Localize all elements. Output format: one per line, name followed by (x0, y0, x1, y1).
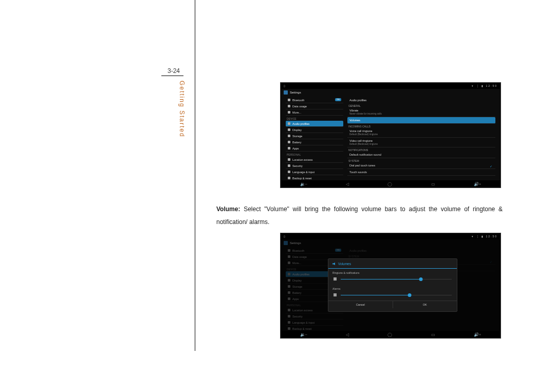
phone-icon (334, 277, 337, 281)
panel-row-subtitle: Never vibrate for incoming calls (349, 113, 493, 115)
nav-volup-icon[interactable]: 🔊+ (474, 182, 482, 186)
dialog-title: Volumes (328, 259, 457, 269)
screenshot-volumes-dialog: ▯ ▾ ⋮ ▮ 12:50 Settings BluetoothONData u… (280, 233, 501, 339)
nav-back-icon[interactable]: ◁ (346, 182, 349, 186)
sidebar-item-icon (288, 164, 290, 167)
nav-home-icon[interactable]: ◯ (387, 332, 392, 337)
cancel-button[interactable]: Cancel (328, 301, 393, 308)
body-text: Volume: Select "Volume" will bring the f… (216, 203, 503, 229)
dialog-buttons: Cancel OK (328, 301, 457, 308)
panel-row[interactable]: Touch sounds (347, 169, 495, 176)
nav-voldown-icon[interactable]: 🔉− (300, 182, 308, 186)
slider-fill (341, 279, 421, 279)
dialog-title-text: Volumes (338, 262, 351, 266)
panel-row[interactable]: Video call ringtoneDefault (Backroad) ri… (347, 138, 495, 147)
status-right: ▾ ⋮ ▮ 12:50 (472, 84, 497, 87)
slider-thumb[interactable] (408, 293, 411, 297)
sidebar-item[interactable]: Data usage (286, 103, 343, 109)
status-right: ▾ ⋮ ▮ 12:50 (472, 235, 497, 238)
sidebar-item-icon (288, 158, 290, 161)
panel-row-title: Vibrate (349, 109, 493, 112)
settings-title: Settings (290, 91, 301, 94)
nav-bar: 🔉− ◁ ◯ ▭ 🔊+ (281, 331, 501, 338)
panel-row[interactable]: Volumes (347, 117, 495, 124)
panel-title: Audio profiles (347, 97, 495, 103)
nav-back-icon[interactable]: ◁ (346, 332, 349, 337)
sidebar-item-label: Language & input (292, 171, 314, 174)
status-bar: ▯ ▾ ⋮ ▮ 12:50 (281, 83, 501, 89)
sidebar-item-icon (288, 135, 290, 137)
volumes-dialog: Volumes Ringtone & notificationsAlarms C… (328, 258, 457, 312)
sidebar-item[interactable]: More... (286, 109, 343, 116)
sidebar-item-icon (288, 122, 290, 125)
audio-profiles-panel: Audio profiles GENERALVibrateNever vibra… (347, 97, 495, 176)
speaker-icon (332, 262, 336, 266)
sidebar-item-icon (288, 147, 290, 150)
settings-sidebar: BluetoothONData usageMore...DEVICEAudio … (286, 97, 343, 181)
panel-row-title: Touch sounds (349, 171, 493, 174)
panel-row[interactable]: Voice call ringtoneDefault (Backroad) ri… (347, 128, 495, 138)
slider-fill (341, 295, 410, 295)
settings-header: Settings (281, 89, 301, 96)
panel-row-subtitle: Default (Backroad) ringtone (349, 143, 493, 145)
slider-label: Alarms (328, 285, 457, 291)
sidebar-item-icon (288, 99, 290, 101)
sidebar-item-label: Display (292, 128, 302, 132)
sidebar-item-icon (288, 171, 290, 173)
section-side-label: Getting Started (178, 81, 186, 138)
nav-home-icon[interactable]: ◯ (387, 182, 392, 186)
status-left: ▯ (284, 84, 285, 87)
slider-thumb[interactable] (419, 277, 422, 281)
sidebar-item[interactable]: Audio profiles (286, 121, 343, 127)
sidebar-item-label: Data usage (292, 105, 307, 108)
sidebar-item-label: Location access (292, 158, 312, 161)
nav-bar: 🔉− ◁ ◯ ▭ 🔊+ (281, 180, 501, 188)
toggle-switch[interactable]: ON (335, 98, 341, 101)
alarm-icon (334, 293, 337, 296)
sidebar-item[interactable]: Language & input (286, 169, 343, 175)
ok-button[interactable]: OK (393, 301, 457, 308)
panel-row-title: Dial pad touch tones (349, 164, 493, 167)
panel-row-subtitle: Default (Backroad) ringtone (349, 133, 493, 136)
sidebar-item[interactable]: Display (286, 127, 343, 133)
volume-slider[interactable] (341, 292, 452, 297)
sidebar-group: PERSONAL (286, 153, 343, 156)
sidebar-item[interactable]: Storage (286, 133, 343, 139)
nav-recent-icon[interactable]: ▭ (431, 332, 435, 337)
sidebar-item-label: Audio profiles (292, 122, 309, 125)
sidebar-item-label: Apps (292, 147, 299, 150)
sidebar-item-label: Security (292, 164, 303, 167)
sidebar-item[interactable]: Location access (286, 157, 343, 163)
vertical-rule (195, 0, 195, 351)
sidebar-item-icon (288, 177, 290, 179)
sidebar-item[interactable]: Security (286, 163, 343, 169)
page-number: 3-24 (168, 67, 180, 74)
sidebar-group: DEVICE (286, 117, 343, 120)
sidebar-item-icon (288, 105, 290, 107)
nav-volup-icon[interactable]: 🔊+ (474, 332, 482, 337)
check-icon: ✓ (490, 164, 492, 168)
panel-row-title: Default notification sound (349, 153, 493, 156)
sidebar-item-icon (288, 128, 290, 131)
volume-slider[interactable] (341, 276, 452, 282)
slider-label: Ringtone & notifications (328, 269, 457, 275)
status-bar: ▯ ▾ ⋮ ▮ 12:50 (281, 233, 501, 239)
panel-row[interactable]: Default notification sound (347, 152, 495, 158)
panel-row[interactable]: Dial pad touch tones✓ (347, 162, 495, 169)
sidebar-item-icon (288, 141, 290, 143)
sidebar-item-label: Storage (292, 135, 302, 138)
sidebar-item[interactable]: BluetoothON (286, 97, 343, 103)
nav-voldown-icon[interactable]: 🔉− (300, 332, 308, 337)
panel-row-title: Video call ringtone (349, 139, 493, 142)
nav-recent-icon[interactable]: ▭ (431, 182, 435, 186)
settings-icon (284, 90, 288, 95)
sidebar-item[interactable]: Battery (286, 139, 343, 145)
sidebar-item-label: Bluetooth (292, 99, 304, 102)
sidebar-item[interactable]: Apps (286, 145, 343, 152)
panel-row[interactable]: VibrateNever vibrate for incoming calls (347, 107, 495, 117)
panel-row-title: Volumes (349, 119, 493, 122)
status-left: ▯ (284, 235, 285, 238)
sidebar-item-icon (288, 111, 290, 114)
header-rule (161, 76, 183, 76)
sidebar-item-label: More... (292, 111, 301, 114)
